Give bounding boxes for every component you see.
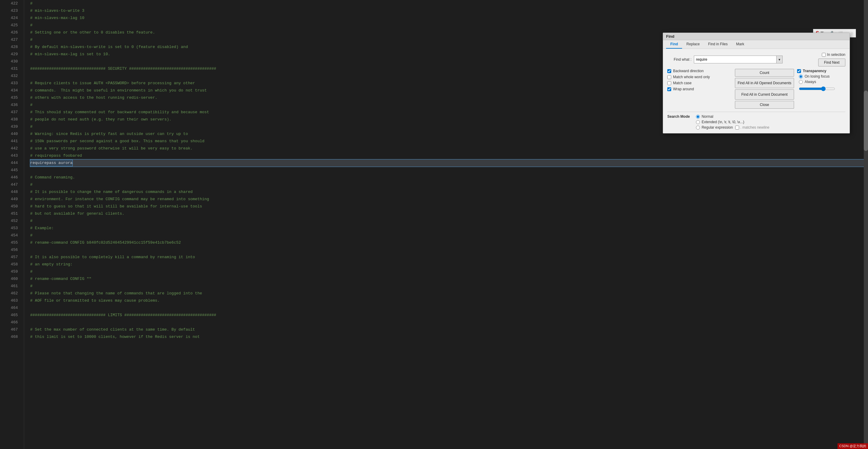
on-losing-focus-radio[interactable] <box>799 74 803 79</box>
comment-text: # <box>30 283 33 290</box>
line-number-454: 454 <box>3 232 18 239</box>
backward-direction-option[interactable]: Backward direction <box>667 69 732 73</box>
comment-text: # hard to guess so that it will still be… <box>30 204 202 210</box>
regex-mode-option[interactable]: Regular expression <box>696 125 733 129</box>
code-line-466[interactable] <box>30 319 868 326</box>
always-radio[interactable] <box>799 80 803 84</box>
find-all-current-button[interactable]: Find All in Current Document <box>735 89 794 100</box>
line-number-438: 438 <box>3 116 18 123</box>
code-line-451[interactable]: # but not available for general clients. <box>30 210 868 217</box>
comment-text: # <box>30 233 33 239</box>
line-number-443: 443 <box>3 152 18 159</box>
code-line-456[interactable] <box>30 246 868 253</box>
on-losing-focus-option[interactable]: On losing focus <box>799 74 845 79</box>
code-line-462[interactable]: # Please note that changing the name of … <box>30 290 868 297</box>
tab-mark[interactable]: Mark <box>732 40 748 49</box>
count-button[interactable]: Count <box>735 69 794 77</box>
close-button[interactable]: Close <box>735 101 794 109</box>
normal-mode-option[interactable]: Normal <box>696 114 769 119</box>
csdn-watermark: CSDN @定力我的 <box>838 443 868 449</box>
matches-newline-checkbox[interactable] <box>735 126 739 129</box>
search-mode-options: Normal Extended (\n, \r, \t, \0, \x...) … <box>696 114 769 129</box>
comment-text: # environment. For instance the CONFIG c… <box>30 196 209 203</box>
settings-icon[interactable]: ⚙ <box>851 31 853 36</box>
transparency-label: Transparency <box>803 69 826 73</box>
wrap-around-checkbox[interactable] <box>667 87 671 91</box>
normal-mode-radio[interactable] <box>696 115 700 119</box>
comment-text: # Please note that changing the name of … <box>30 291 202 297</box>
find-next-button[interactable]: Find Next <box>818 59 845 66</box>
code-line-458[interactable]: # an empty string: <box>30 261 868 268</box>
extended-mode-radio[interactable] <box>696 120 700 124</box>
comment-text: # <box>30 124 33 130</box>
code-line-452[interactable]: # <box>30 217 868 224</box>
code-line-423[interactable]: # min-slaves-to-write 3 <box>30 7 868 14</box>
line-number-463: 463 <box>3 297 18 304</box>
code-line-461[interactable]: # <box>30 282 868 290</box>
find-body: Find what : ▼ In selection Find Next <box>663 49 849 133</box>
line-number-429: 429 <box>3 51 18 58</box>
code-line-443[interactable]: # requirepass foobared <box>30 152 868 159</box>
code-line-467[interactable]: # Set the max number of connected client… <box>30 326 868 333</box>
always-option[interactable]: Always <box>799 80 845 84</box>
line-number-423: 423 <box>3 7 18 14</box>
code-line-455[interactable]: # rename-command CONFIG b840fc02d5240454… <box>30 239 868 246</box>
code-line-450[interactable]: # hard to guess so that it will still be… <box>30 203 868 210</box>
code-line-444[interactable]: requirepass aurora <box>30 159 868 167</box>
line-number-464: 464 <box>3 304 18 311</box>
match-whole-word-checkbox[interactable] <box>667 75 671 79</box>
code-line-459[interactable]: # <box>30 268 868 275</box>
code-line-454[interactable]: # <box>30 232 868 239</box>
code-line-445[interactable] <box>30 167 868 174</box>
code-line-449[interactable]: # environment. For instance the CONFIG c… <box>30 196 868 203</box>
find-input-wrapper: ▼ <box>694 56 783 63</box>
comment-text: # an empty string: <box>30 262 72 268</box>
regex-mode-radio[interactable] <box>696 126 700 129</box>
find-what-row: Find what : ▼ In selection Find Next <box>667 53 845 66</box>
tab-find-in-files[interactable]: Find in Files <box>704 40 732 49</box>
code-line-465[interactable]: ################################ LIMITS … <box>30 311 868 319</box>
scrollbar[interactable] <box>864 0 868 449</box>
code-line-447[interactable]: # <box>30 181 868 188</box>
tab-find[interactable]: Find <box>666 40 682 49</box>
code-line-464[interactable] <box>30 304 868 311</box>
code-line-463[interactable]: # AOF file or transmitted to slaves may … <box>30 297 868 304</box>
transparency-slider[interactable] <box>799 86 835 91</box>
comment-text: # <box>30 1 33 7</box>
line-number-451: 451 <box>3 210 18 217</box>
line-number-468: 468 <box>3 333 18 340</box>
find-all-opened-button[interactable]: Find All in All Opened Documents <box>735 78 794 88</box>
wrap-around-option[interactable]: Wrap around <box>667 87 732 91</box>
match-case-option[interactable]: Match case <box>667 81 732 85</box>
match-whole-word-option[interactable]: Match whole word only <box>667 75 732 79</box>
code-line-424[interactable]: # min-slaves-max-lag 10 <box>30 14 868 22</box>
comment-text: # By default min-slaves-to-write is set … <box>30 44 188 51</box>
extended-mode-option[interactable]: Extended (\n, \r, \t, \0, \x...) <box>696 120 769 124</box>
code-line-448[interactable]: # It is possible to change the name of d… <box>30 188 868 196</box>
find-input-dropdown-arrow[interactable]: ▼ <box>777 56 783 63</box>
line-number-427: 427 <box>3 36 18 43</box>
code-line-442[interactable]: # use a very strong password otherwise i… <box>30 145 868 152</box>
code-line-468[interactable]: # this limit is set to 10000 clients, ho… <box>30 333 868 340</box>
code-line-422[interactable]: # <box>30 0 868 7</box>
line-numbers: 4224234244254264274284294304314324334344… <box>0 0 24 449</box>
comment-text: # Command renaming. <box>30 175 75 181</box>
match-case-checkbox[interactable] <box>667 81 671 85</box>
code-line-460[interactable]: # rename-command CONFIG "" <box>30 275 868 282</box>
code-line-441[interactable]: # 150k passwords per second against a go… <box>30 138 868 145</box>
code-line-457[interactable]: # It is also possible to completely kill… <box>30 253 868 261</box>
scrollbar-thumb[interactable] <box>864 91 868 151</box>
transparency-checkbox[interactable] <box>797 69 801 73</box>
regex-mode-label: Regular expression <box>702 125 733 129</box>
code-line-425[interactable]: # <box>30 22 868 29</box>
code-line-453[interactable]: # Example: <box>30 224 868 232</box>
in-selection-checkbox[interactable] <box>822 53 826 57</box>
backward-direction-checkbox[interactable] <box>667 69 671 73</box>
normal-mode-label: Normal <box>702 114 713 119</box>
comment-text: # 150k passwords per second against a go… <box>30 138 204 145</box>
code-line-446[interactable]: # Command renaming. <box>30 174 868 181</box>
comment-text: # <box>30 218 33 224</box>
comment-text: # Warning: since Redis is pretty fast an… <box>30 131 188 138</box>
tab-replace[interactable]: Replace <box>682 40 704 49</box>
find-what-input[interactable] <box>694 56 777 63</box>
